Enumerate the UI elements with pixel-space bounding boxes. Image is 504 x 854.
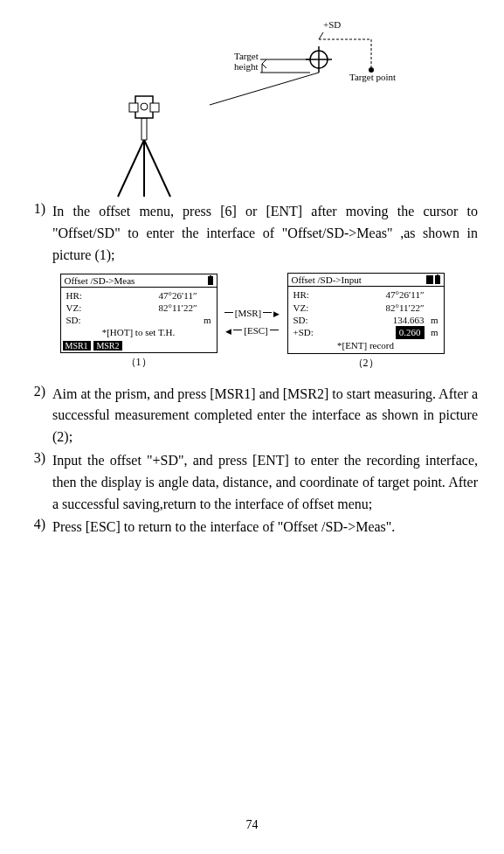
msr2-button[interactable]: MSR2 [93, 341, 121, 351]
vz-value: 82°11′22″ [100, 302, 197, 314]
msr-arrow-label: [MSR] [235, 308, 262, 318]
psd-label: +SD: [293, 326, 327, 338]
page-number: 74 [0, 818, 504, 832]
screen-1-hint: *[HOT] to set T.H. [66, 326, 211, 338]
sd-label: SD: [66, 314, 100, 326]
svg-rect-3 [142, 118, 147, 140]
screen-2: Offset /SD->Input HR: 47°26′11″ VZ: 82°1… [287, 273, 445, 353]
list-number: 3) [26, 450, 52, 515]
list-text: Press [ESC] to return to the interface o… [52, 517, 478, 538]
hr-label: HR: [66, 289, 100, 302]
vz-value: 82°11′22″ [327, 302, 425, 314]
screen-1-title: Offset /SD->Meas [65, 275, 135, 286]
msr1-button[interactable]: MSR1 [63, 341, 91, 351]
list-number: 2) [26, 384, 52, 448]
tripod-icon [105, 87, 183, 201]
svg-line-17 [319, 32, 323, 39]
vz-label: VZ: [66, 302, 100, 314]
screen-2-wrapper: Offset /SD->Input HR: 47°26′11″ VZ: 82°1… [287, 273, 445, 370]
plus-sd-label: +SD [323, 19, 341, 30]
instruction-item: 1) In the offset menu, press [6] or [ENT… [26, 201, 478, 266]
psd-unit: m [425, 326, 438, 338]
screen-2-hint: *[ENT] record [293, 339, 438, 351]
svg-line-16 [210, 73, 319, 105]
mode-icon [426, 275, 433, 284]
vz-label: VZ: [293, 302, 327, 314]
screens-area: Offset /SD->Meas HR: 47°26′11″ VZ: 82°11… [26, 273, 478, 370]
instruction-item: 3) Input the offset "+SD", and press [EN… [26, 450, 478, 515]
target-point-label: Target point [349, 72, 396, 82]
screen-1: Offset /SD->Meas HR: 47°26′11″ VZ: 82°11… [60, 274, 217, 354]
sd-unit: m [197, 314, 211, 326]
list-text: In the offset menu, press [6] or [ENT] a… [52, 201, 478, 266]
svg-line-2 [144, 140, 170, 197]
sd-value: 134.663 [327, 314, 425, 326]
screen-1-caption: （1） [60, 355, 217, 370]
screen-2-title: Offset /SD->Input [292, 274, 362, 285]
list-number: 1) [26, 201, 52, 266]
measurement-diagram: Targetheight +SD Target point [26, 17, 478, 192]
sd-unit: m [425, 314, 438, 326]
svg-line-0 [118, 140, 144, 197]
psd-value[interactable]: 0.260 [396, 326, 425, 338]
instruction-item: 4) Press [ESC] to return to the interfac… [26, 517, 478, 538]
svg-rect-6 [150, 103, 159, 112]
hr-label: HR: [293, 288, 327, 301]
esc-arrow-label: [ESC] [244, 325, 268, 336]
list-text: Aim at the prism, and press [MSR1] and [… [52, 384, 478, 448]
battery-icon [435, 275, 440, 284]
hr-value: 47°26′11″ [100, 289, 197, 302]
hr-value: 47°26′11″ [327, 288, 425, 301]
svg-rect-5 [129, 103, 138, 112]
screen-1-wrapper: Offset /SD->Meas HR: 47°26′11″ VZ: 82°11… [60, 274, 217, 371]
instruction-item: 2) Aim at the prism, and press [MSR1] an… [26, 384, 478, 448]
arrows-area: [MSR] [ESC] [217, 308, 287, 336]
svg-point-7 [141, 103, 148, 110]
list-text: Input the offset "+SD", and press [ENT] … [52, 450, 478, 515]
screen-2-caption: （2） [287, 356, 445, 371]
sd-label: SD: [293, 314, 327, 326]
target-height-label: Targetheight [234, 51, 259, 72]
list-number: 4) [26, 517, 52, 538]
battery-icon [208, 276, 213, 285]
